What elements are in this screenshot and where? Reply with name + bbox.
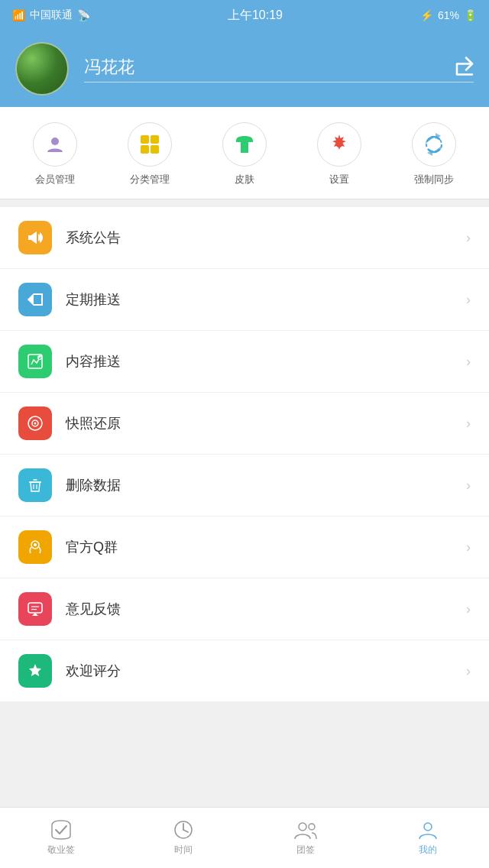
username-label: 冯花花 <box>84 56 474 83</box>
tab-bar: 敬业签 时间 团签 我的 <box>0 807 489 868</box>
quick-item-member[interactable]: 会员管理 <box>33 122 77 186</box>
restore-icon <box>18 406 52 440</box>
tab-sign[interactable]: 敬业签 <box>0 819 122 857</box>
svg-rect-3 <box>141 145 149 154</box>
svg-point-11 <box>34 423 37 425</box>
feedback-label: 意见反馈 <box>66 600 121 618</box>
battery-label: 61% <box>438 9 459 21</box>
member-label: 会员管理 <box>35 173 75 186</box>
status-right: ⚡ 61% 🔋 <box>420 9 477 21</box>
settings-icon-circle <box>317 122 361 167</box>
chevron-icon: › <box>466 292 471 308</box>
tab-mine-label: 我的 <box>419 844 437 857</box>
battery-icon: 🔋 <box>464 9 477 21</box>
content-push-icon <box>18 345 52 378</box>
category-label: 分类管理 <box>130 173 170 186</box>
status-bar: 📶 中国联通 📡 上午10:19 ⚡ 61% 🔋 <box>0 0 489 31</box>
announcement-icon <box>18 221 52 254</box>
svg-point-24 <box>309 824 315 830</box>
list-item-feedback[interactable]: 意见反馈 › <box>0 578 489 640</box>
svg-point-0 <box>51 138 59 145</box>
list-item-restore[interactable]: 快照还原 › <box>0 393 489 455</box>
bluetooth-icon: ⚡ <box>420 9 433 21</box>
wifi-icon: 📡 <box>77 9 90 21</box>
list-item-rate[interactable]: 欢迎评分 › <box>0 640 489 701</box>
svg-point-23 <box>299 823 306 831</box>
list-item-content-push[interactable]: 内容推送 › <box>0 331 489 393</box>
tab-group-label: 团签 <box>296 844 315 857</box>
svg-rect-2 <box>151 135 159 144</box>
status-time: 上午10:19 <box>228 8 283 24</box>
content-push-label: 内容推送 <box>66 352 121 371</box>
avatar[interactable] <box>15 42 69 96</box>
restore-label: 快照还原 <box>66 414 121 432</box>
schedule-push-label: 定期推送 <box>66 290 121 309</box>
svg-rect-4 <box>151 145 159 154</box>
tab-sign-label: 敬业签 <box>47 844 75 857</box>
chevron-icon: › <box>466 416 471 432</box>
quick-item-sync[interactable]: 强制同步 <box>412 122 456 186</box>
sync-icon-circle <box>412 122 456 167</box>
chevron-icon: › <box>466 663 471 679</box>
svg-line-22 <box>183 830 188 832</box>
svg-point-25 <box>424 823 432 831</box>
skin-label: 皮肤 <box>235 173 254 186</box>
tab-time[interactable]: 时间 <box>122 819 244 857</box>
share-button[interactable] <box>451 55 474 83</box>
chevron-icon: › <box>466 601 471 617</box>
announcement-label: 系统公告 <box>66 228 121 247</box>
schedule-push-icon <box>18 283 52 316</box>
chevron-icon: › <box>466 354 471 370</box>
member-icon-circle <box>33 122 77 167</box>
sync-label: 强制同步 <box>414 173 454 186</box>
chevron-icon: › <box>466 478 471 494</box>
quick-menu: 会员管理 分类管理 皮肤 <box>0 107 489 199</box>
qq-group-icon <box>18 530 52 564</box>
list-item-qq-group[interactable]: 官方Q群 › <box>0 517 489 578</box>
delete-data-icon <box>18 468 52 502</box>
settings-label: 设置 <box>329 173 349 186</box>
qq-group-label: 官方Q群 <box>66 538 118 556</box>
signal-icon: 📶 <box>12 9 25 21</box>
quick-item-category[interactable]: 分类管理 <box>128 122 172 186</box>
tab-time-label: 时间 <box>174 844 193 857</box>
chevron-icon: › <box>466 539 471 555</box>
svg-rect-1 <box>141 135 149 144</box>
tab-mine[interactable]: 我的 <box>367 819 489 857</box>
carrier-label: 中国联通 <box>30 8 73 22</box>
quick-item-skin[interactable]: 皮肤 <box>222 122 267 186</box>
list-item-delete-data[interactable]: 删除数据 › <box>0 455 489 517</box>
chevron-icon: › <box>466 230 471 246</box>
tab-group[interactable]: 团签 <box>244 819 367 857</box>
list-item-schedule-push[interactable]: 定期推送 › <box>0 269 489 331</box>
svg-point-16 <box>34 543 37 546</box>
rate-label: 欢迎评分 <box>66 662 121 680</box>
status-left: 📶 中国联通 📡 <box>12 8 90 22</box>
profile-header: 冯花花 <box>0 31 489 107</box>
skin-icon-circle <box>222 122 267 167</box>
delete-data-label: 删除数据 <box>66 476 121 494</box>
quick-item-settings[interactable]: 设置 <box>317 122 361 186</box>
category-icon-circle <box>128 122 172 167</box>
feedback-icon <box>18 592 52 626</box>
list-item-announcement[interactable]: 系统公告 › <box>0 207 489 269</box>
svg-rect-17 <box>28 603 42 613</box>
rate-icon <box>18 654 52 688</box>
menu-list: 系统公告 › 定期推送 › <box>0 207 489 701</box>
